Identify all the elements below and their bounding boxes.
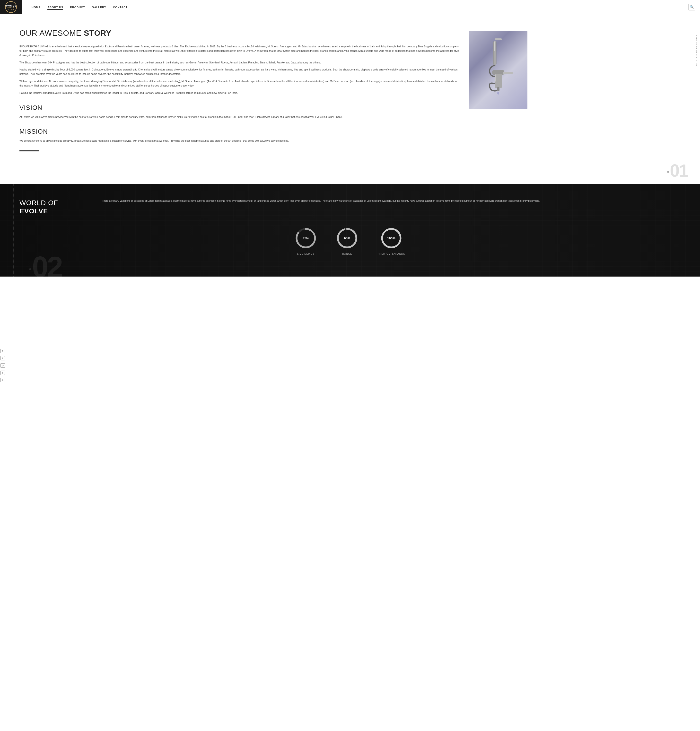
svg-point-6: [497, 92, 499, 94]
circles-row: 85% LIVE DEMOS 95% RANGE: [19, 227, 681, 255]
nav-link-about[interactable]: ABOUT US: [47, 6, 63, 10]
about-p4: With an eye for detail and No compromise…: [19, 79, 459, 88]
nav-item-product[interactable]: PRODUCT: [70, 5, 85, 9]
about-section: OUR AWESOME STORY EVOLVE BATH & LIVING i…: [0, 14, 700, 184]
world-title-normal: WORLD OF: [19, 199, 58, 207]
about-image-block: [469, 31, 527, 170]
nav-item-about[interactable]: ABOUT US: [47, 5, 63, 9]
circle-chart-2: 95%: [336, 227, 358, 249]
svg-rect-4: [503, 72, 513, 74]
navbar: evolve BATH & LIVING HOME ABOUT US PRODU…: [0, 0, 700, 14]
circle-item-3: 100% PREMIUM BARANDS: [377, 227, 405, 255]
about-image: [469, 31, 527, 109]
nav-item-contact[interactable]: CONTACT: [113, 5, 128, 9]
about-p2: The Showroom has over 16+ Prototypes and…: [19, 60, 459, 65]
vertical-text: EVOLVE BATH & LIVING: [696, 35, 697, 66]
mission-heading: MISSION: [19, 128, 459, 135]
faucet-svg: [474, 36, 522, 104]
svg-rect-8: [495, 74, 496, 82]
nav-link-gallery[interactable]: GALLERY: [92, 6, 106, 9]
about-title-normal: OUR AWESOME: [19, 29, 84, 37]
vision-heading: VISION: [19, 104, 459, 112]
nav-link-home[interactable]: HOME: [32, 6, 41, 9]
circle-value-1: 85%: [302, 236, 309, 240]
svg-rect-5: [497, 87, 499, 91]
circle-label-3: PREMIUM BARANDS: [377, 252, 405, 255]
page-dot-01: [667, 171, 669, 173]
about-section-wrapper: OUR AWESOME STORY EVOLVE BATH & LIVING i…: [0, 14, 700, 184]
about-body: EVOLVE BATH & LIVING is an elite brand t…: [19, 44, 459, 95]
search-icon: 🔍: [690, 5, 694, 9]
svg-rect-7: [494, 41, 495, 51]
world-content: WORLD OF EVOLVE There are many variation…: [0, 184, 700, 265]
world-top: WORLD OF EVOLVE There are many variation…: [19, 199, 681, 215]
page-wrapper: OUR AWESOME STORY EVOLVE BATH & LIVING i…: [0, 14, 700, 277]
about-title-bold: STORY: [84, 29, 111, 37]
about-title: OUR AWESOME STORY: [19, 29, 459, 38]
logo-circle: evolve BATH & LIVING: [5, 1, 17, 13]
about-p5: Raising the industry standard Evolve Bat…: [19, 91, 459, 95]
circle-label-2: RANGE: [342, 252, 352, 255]
circle-value-3: 100%: [387, 236, 395, 240]
about-content: OUR AWESOME STORY EVOLVE BATH & LIVING i…: [19, 29, 469, 170]
nav-link-contact[interactable]: CONTACT: [113, 6, 128, 9]
circle-chart-3: 100%: [380, 227, 402, 249]
logo-sub: BATH & LIVING: [5, 7, 16, 10]
vision-text: At Evolve we will always aim to provide …: [19, 115, 459, 119]
circle-label-1: LIVE DEMOS: [297, 252, 314, 255]
world-title-bold: EVOLVE: [19, 207, 48, 215]
world-description: There are many variations of passages of…: [102, 199, 681, 215]
svg-rect-1: [495, 38, 502, 40]
page-num-01-text: 01: [670, 161, 688, 180]
divider-line: [19, 150, 39, 151]
nav-item-gallery[interactable]: GALLERY: [92, 5, 106, 9]
nav-link-product[interactable]: PRODUCT: [70, 6, 85, 9]
about-p1: EVOLVE BATH & LIVING is an elite brand t…: [19, 44, 459, 57]
page-dot-02: [29, 268, 31, 270]
page-number-01: 01: [667, 162, 688, 179]
world-title: WORLD OF EVOLVE: [19, 199, 88, 215]
circle-chart-1: 85%: [295, 227, 317, 249]
circle-item-2: 95% RANGE: [336, 227, 358, 255]
search-button[interactable]: 🔍: [688, 4, 695, 10]
nav-links: HOME ABOUT US PRODUCT GALLERY CONTACT: [32, 5, 128, 9]
circle-item-1: 85% LIVE DEMOS: [295, 227, 317, 255]
about-p3: Having started with a single display flo…: [19, 68, 459, 76]
mission-text: We constantly strive to always include c…: [19, 139, 459, 143]
world-title-block: WORLD OF EVOLVE: [19, 199, 88, 215]
svg-rect-0: [493, 41, 496, 65]
logo-text: evolve: [5, 4, 16, 7]
circle-value-2: 95%: [344, 236, 350, 240]
nav-item-home[interactable]: HOME: [32, 5, 41, 9]
vertical-sidebar: EVOLVE BATH & LIVING: [693, 14, 700, 87]
world-section: WORLD OF EVOLVE There are many variation…: [0, 184, 700, 277]
logo[interactable]: evolve BATH & LIVING: [0, 0, 22, 14]
